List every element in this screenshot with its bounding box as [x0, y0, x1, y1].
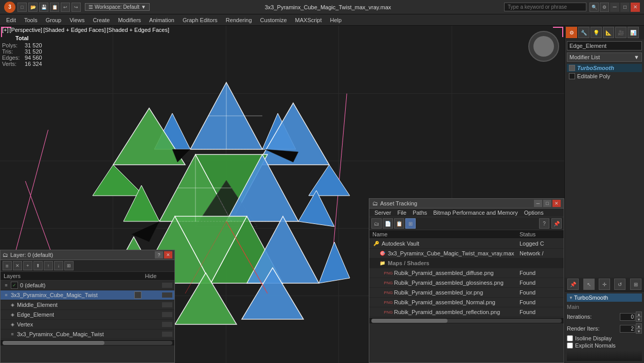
asset-menu-paths[interactable]: Paths [409, 209, 430, 216]
at-icon-4[interactable]: ⊞ [405, 218, 416, 229]
rp-icon-6[interactable]: 📊 [628, 27, 639, 38]
modifier-list-dropdown-icon[interactable]: ▼ [634, 54, 639, 60]
mt-move-icon[interactable]: ✛ [599, 279, 610, 290]
at-icon-2[interactable]: 📄 [383, 218, 393, 229]
asset-menu-options[interactable]: Options [521, 209, 547, 216]
modifier-list-header[interactable]: Modifier List ▼ [567, 53, 642, 62]
layer-row-0[interactable]: ≡ ✓ 0 (default) [1, 281, 174, 290]
ts-main-label: Main [567, 304, 642, 310]
search-input[interactable] [504, 3, 586, 11]
layer-scrollbar[interactable] [1, 339, 174, 345]
layer-panel-close[interactable]: ✕ [164, 251, 172, 258]
new-btn[interactable]: □ [17, 3, 27, 12]
settings-icon[interactable]: ⚙ [600, 3, 609, 12]
workspace-button[interactable]: ☰ Workspace: Default ▼ [85, 3, 150, 11]
menu-edit[interactable]: Edit [2, 14, 20, 26]
rp-icon-3[interactable]: 💡 [591, 27, 602, 38]
layer-tool-collapse[interactable]: ⊞ [64, 261, 74, 270]
isoline-checkbox[interactable] [567, 335, 573, 341]
at-pin-btn[interactable]: 📌 [551, 218, 562, 229]
asset-panel-minimize[interactable]: ─ [534, 200, 542, 207]
asset-row-glossiness[interactable]: PNG Rubik_Pyramid_assembled_glossiness.p… [369, 278, 564, 288]
layer-tool-add[interactable]: + [23, 261, 32, 270]
render-iters-down[interactable]: ▼ [636, 329, 642, 334]
menu-graph-editors[interactable]: Graph Editors [178, 14, 222, 26]
asset-row-maxfile[interactable]: 🎯 3x3_Pyraminx_Cube_Magic_Twist_max_vray… [369, 249, 564, 258]
menu-help[interactable]: Help [326, 14, 346, 26]
layer-row-4[interactable]: ◈ Vertex [1, 320, 174, 330]
iterations-input[interactable] [620, 313, 635, 321]
layer-row-2[interactable]: ◈ Middle_Element [1, 300, 174, 310]
layer-panel-help[interactable]: ? [155, 251, 163, 258]
layer-row-5[interactable]: ≡ 3x3_Pyraminx_Cube_Magic_Twist [1, 330, 174, 339]
save-as-btn[interactable]: 📋 [50, 3, 59, 12]
asset-row-normal[interactable]: PNG Rubik_Pyramid_assembled_Normal.png F… [369, 298, 564, 307]
asset-menu-bitmap[interactable]: Bitmap Performance and Memory [430, 209, 521, 216]
navigation-widget[interactable] [528, 31, 559, 62]
maximize-button[interactable]: □ [620, 3, 630, 12]
asset-row-diffuse[interactable]: PNG Rubik_Pyramid_assembled_diffuse.png … [369, 268, 564, 278]
menu-create[interactable]: Create [88, 14, 114, 26]
menu-maxscript[interactable]: MAXScript [291, 14, 326, 26]
undo-btn[interactable]: ↩ [61, 3, 70, 12]
mt-rotate-icon[interactable]: ↺ [614, 279, 625, 290]
menu-views[interactable]: Views [65, 14, 88, 26]
layer-tool-move-up[interactable]: ↑ [44, 261, 53, 270]
layer-vis-1[interactable] [134, 291, 141, 299]
turbosmooth-header[interactable]: ▼ TurboSmooth [567, 293, 642, 302]
ep-checkbox[interactable] [569, 73, 575, 79]
explicit-normals-checkbox[interactable] [567, 342, 573, 349]
svg-marker-17 [319, 242, 350, 283]
menu-rendering[interactable]: Rendering [222, 14, 256, 26]
render-iters-up[interactable]: ▲ [636, 323, 642, 329]
close-button[interactable]: ✕ [631, 3, 640, 12]
render-iters-input[interactable] [620, 325, 635, 333]
menu-modifiers[interactable]: Modifiers [114, 14, 145, 26]
at-icon-3[interactable]: 📋 [394, 218, 404, 229]
redo-btn[interactable]: ↪ [71, 3, 81, 12]
layer-row-1[interactable]: ≡ 3x3_Pyraminx_Cube_Magic_Twist [1, 290, 174, 300]
layer-tool-delete[interactable]: ✕ [13, 261, 22, 270]
rp-icon-4[interactable]: 📐 [603, 27, 614, 38]
reflection-icon: PNG [385, 308, 392, 316]
asset-row-ior[interactable]: PNG Rubik_Pyramid_assembled_ior.png Foun… [369, 288, 564, 298]
open-btn[interactable]: 📂 [28, 3, 38, 12]
iterations-spinner: ▲ ▼ [620, 312, 642, 322]
viewport-mode[interactable]: [Perspective] [10, 27, 43, 33]
rp-icon-2[interactable]: 🔧 [578, 27, 589, 38]
rp-icon-1[interactable]: ⚙ [566, 27, 577, 38]
menu-customize[interactable]: Customize [256, 14, 291, 26]
mt-grid-icon[interactable]: ⊞ [630, 279, 641, 290]
mt-select-icon[interactable]: ↖ [583, 279, 595, 290]
asset-panel-close[interactable]: ✕ [552, 200, 561, 207]
asset-row-maps-group[interactable]: 📁 Maps / Shaders [369, 258, 564, 268]
at-icon-1[interactable]: 🗂 [371, 218, 382, 229]
layer-row-3[interactable]: ◈ Edge_Element [1, 310, 174, 320]
asset-scrollbar[interactable] [369, 317, 564, 323]
menu-group[interactable]: Group [42, 14, 66, 26]
layer-tool-move-down[interactable]: ↓ [54, 261, 63, 270]
layer-tool-layers[interactable]: ≡ [3, 261, 12, 270]
ts-checkbox[interactable] [569, 65, 575, 71]
mt-pin-icon[interactable]: 📌 [567, 279, 579, 290]
save-btn[interactable]: 💾 [39, 3, 48, 12]
viewport-plus[interactable]: [+] [2, 27, 9, 33]
minimize-button[interactable]: ─ [610, 3, 619, 12]
search-icon[interactable]: 🔍 [589, 3, 599, 12]
viewport-shading[interactable]: [Shaded + Edged Faces] [43, 27, 105, 33]
asset-panel-maximize[interactable]: □ [543, 200, 551, 207]
layer-tool-select[interactable]: ⬆ [33, 261, 43, 270]
ior-icon: PNG [385, 289, 392, 296]
rp-icon-5[interactable]: 🎥 [615, 27, 627, 38]
iterations-down[interactable]: ▼ [636, 317, 642, 322]
modifier-editable-poly[interactable]: Editable Poly [567, 72, 642, 80]
iterations-up[interactable]: ▲ [636, 312, 642, 317]
asset-row-reflection[interactable]: PNG Rubik_Pyramid_assembled_reflection.p… [369, 307, 564, 317]
menu-animation[interactable]: Animation [145, 14, 178, 26]
modifier-turbosmooth[interactable]: TurboSmooth [567, 64, 642, 72]
menu-tools[interactable]: Tools [20, 14, 42, 26]
asset-menu-file[interactable]: File [394, 209, 409, 216]
asset-row-vault[interactable]: 🔑 Autodesk Vault Logged C [369, 239, 564, 249]
asset-menu-server[interactable]: Server [371, 209, 394, 216]
at-help-btn[interactable]: ? [539, 218, 549, 229]
